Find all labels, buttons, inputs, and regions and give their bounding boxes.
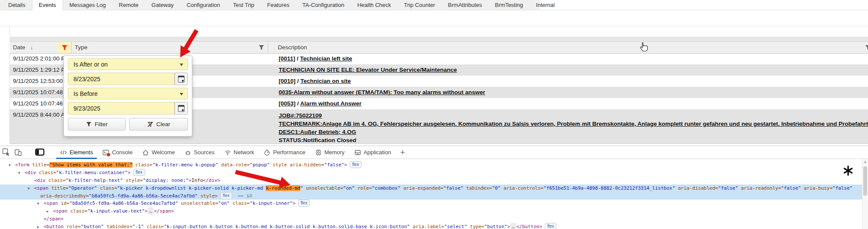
tab-test-trip[interactable]: Test Trip <box>226 0 261 10</box>
column-header-type[interactable]: Type <box>71 42 268 53</box>
description-link[interactable]: TECHREMARK:Anlage AB im 4. OG, Fehlerspe… <box>279 121 868 127</box>
column-header-description[interactable]: Description <box>268 42 868 53</box>
dom-tree-node[interactable]: ▾<form title="Show items with value that… <box>0 161 862 169</box>
expand-arrow-down-icon[interactable]: ▾ <box>37 200 44 207</box>
code-token-val: "false" <box>324 162 344 168</box>
devtools-tab-sources[interactable]: Sources <box>180 146 219 159</box>
code-token-attr: aria-readonly= <box>738 185 781 191</box>
filter-operator-1-dropdown[interactable]: Is After or on <box>68 58 188 70</box>
tab-configuration[interactable]: Configuration <box>180 0 226 10</box>
filter-date-2-input[interactable]: 9/23/2025 <box>68 102 175 114</box>
tab-gateway[interactable]: Gateway <box>145 0 180 10</box>
code-token-attr: title= <box>29 162 49 168</box>
code-token-val: "display: none;" <box>143 178 189 183</box>
scrollbar-thumb[interactable] <box>863 166 867 196</box>
description-link[interactable]: TECHNICIAN ON SITE ELE: Elevator Under S… <box>279 67 457 73</box>
cell-description: [0010] / Technician on site <box>279 76 868 87</box>
devtools-tab-console[interactable]: Console <box>98 146 137 159</box>
filter-button[interactable]: Filter <box>68 118 126 130</box>
dom-tree-node[interactable]: ▾<div class="k-filter-menu-container">fl… <box>0 169 862 177</box>
code-token-badge[interactable]: flex <box>545 223 557 229</box>
filter-operator-2-dropdown[interactable]: Is Before <box>68 88 188 99</box>
devtools-tab-welcome[interactable]: Welcome <box>137 146 180 159</box>
devtools-scrollbar[interactable]: ▲ <box>862 159 868 229</box>
dom-tree-node[interactable]: aria-describedby="b8a50fc5-fd9a-4a86-b56… <box>0 192 862 200</box>
filter-date-1-input[interactable]: 8/23/2025 <box>68 73 175 85</box>
code-token-valhl: "Show items with value that:" <box>49 162 132 168</box>
code-token-val: "k-input-inner" <box>250 200 293 206</box>
device-toolbar-icon[interactable] <box>12 146 24 159</box>
tab-messages-log[interactable]: Messages Log <box>63 0 113 10</box>
code-token-valhl: k-rounded-md <box>266 185 300 191</box>
description-filter-button[interactable] <box>865 45 868 52</box>
description-link[interactable]: [0011] <box>279 55 295 62</box>
expand-arrow-right-icon[interactable]: ▸ <box>37 223 44 229</box>
date-filter-popup: Is After or on 8/23/2025 Is Before 9/23/… <box>64 55 192 137</box>
tab-brmattributes[interactable]: BrmAttributes <box>442 0 489 10</box>
code-token-badge[interactable]: flex <box>220 192 232 199</box>
description-link[interactable]: Technician left site <box>300 55 353 62</box>
tab-remote[interactable]: Remote <box>112 0 145 10</box>
expand-arrow-down-icon[interactable]: ▾ <box>9 162 15 169</box>
code-token-badge[interactable]: flex <box>133 169 145 176</box>
description-link[interactable]: [0010] <box>279 78 296 84</box>
description-link[interactable]: DESC1:Außer Betrieb; 4.OG <box>279 129 356 135</box>
description-link[interactable]: [0053] <box>279 100 296 107</box>
code-token-attr: aria-describedby= <box>40 193 89 199</box>
devtools-tab-elements[interactable]: Elements <box>55 146 98 159</box>
filter-date-2-calendar-button[interactable] <box>175 102 188 114</box>
devtools-tab-network[interactable]: Network <box>219 146 259 159</box>
code-token-badge[interactable]: flex <box>298 200 310 207</box>
clear-button[interactable]: Clear <box>129 118 188 130</box>
tab-trip-counter[interactable]: Trip Counter <box>397 0 442 10</box>
code-token-ellipsis[interactable]: … <box>148 207 154 215</box>
expand-arrow-down-icon[interactable]: ▾ <box>18 169 25 177</box>
code-token-attr: tabindex= <box>463 185 492 191</box>
code-token-badge[interactable]: flex <box>350 161 362 168</box>
filter-date-1-calendar-button[interactable] <box>175 73 188 85</box>
description-text: / <box>296 78 300 84</box>
dom-tree-node[interactable]: <div class="k-filter-help-text" style="d… <box>0 177 862 184</box>
asterisk-icon[interactable] <box>843 165 854 178</box>
tab-internal[interactable]: Internal <box>530 0 561 10</box>
tab-details[interactable]: Details <box>2 0 32 10</box>
description-link[interactable]: 0035-Alarm without answer (ETMA/TAM): To… <box>279 89 485 95</box>
devtools-tab-performance[interactable]: Performance <box>259 146 310 159</box>
panel-layout-icon[interactable] <box>34 146 46 159</box>
tab-ta-configuration[interactable]: TA-Configuration <box>296 0 351 10</box>
tab-health-check[interactable]: Health Check <box>351 0 397 10</box>
description-line: STATUS:Notification Closed <box>279 136 868 144</box>
expand-arrow-down-icon[interactable]: ▾ <box>28 185 34 192</box>
date-filter-button[interactable] <box>58 42 71 53</box>
code-token-val: "b8a50fc5-fd9a-4a86-b56a-5ece4ac7afbd" <box>70 200 178 206</box>
description-text: / <box>296 100 300 107</box>
type-filter-button[interactable] <box>258 45 264 52</box>
code-token-tag: <span <box>34 185 48 191</box>
column-header-date[interactable]: Date ↓ <box>10 42 72 53</box>
dom-tree-node[interactable]: ▸<span class="k-input-value-text">…</spa… <box>0 207 862 215</box>
expand-arrow-right-icon[interactable]: ▸ <box>47 208 53 215</box>
code-token-tag: <span <box>44 200 58 206</box>
dom-tree-node[interactable]: </span> <box>0 215 862 223</box>
description-link[interactable]: JOB#:75022109 <box>279 112 322 119</box>
calendar-icon <box>178 76 184 83</box>
scroll-up-arrow-icon[interactable]: ▲ <box>862 160 868 164</box>
dom-tree-node[interactable]: ▸<button role="button" tabindex="-1" cla… <box>0 223 862 229</box>
tab-features[interactable]: Features <box>261 0 296 10</box>
inspect-icon[interactable] <box>0 146 12 159</box>
code-token-val: "false" <box>833 185 852 191</box>
devtools-tab-memory[interactable]: Memory <box>310 146 350 159</box>
code-token-tag: <span <box>53 208 67 214</box>
dom-tree-node[interactable]: ▾<span id="b8a50fc5-fd9a-4a86-b56a-5ece4… <box>0 200 862 207</box>
tab-events[interactable]: Events <box>32 0 63 10</box>
code-token-val: "on" <box>343 185 355 191</box>
tab-brmtesting[interactable]: BrmTesting <box>489 0 530 10</box>
code-token-attr: tabindex= <box>104 224 132 229</box>
more-tabs-button[interactable]: + <box>396 146 409 159</box>
description-link[interactable]: Technician on site <box>300 78 351 84</box>
dom-tree-node[interactable]: ▾<span title="Operator" class="k-picker … <box>0 184 862 192</box>
code-token-ellipsis[interactable]: … <box>510 223 517 229</box>
devtools-tab-application[interactable]: Application <box>350 146 396 159</box>
network-icon <box>224 149 231 156</box>
description-link[interactable]: Alarm without Answer <box>300 100 362 107</box>
